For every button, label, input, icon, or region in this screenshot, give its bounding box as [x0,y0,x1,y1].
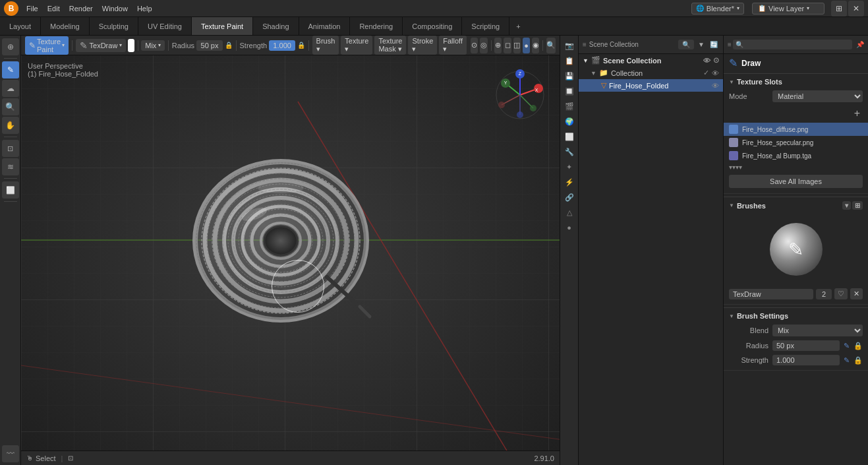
menu-file[interactable]: File [22,3,42,14]
viewport-header-snap[interactable]: ⊙ [471,38,478,53]
strength-lock-bs[interactable]: 🔒 [854,356,863,365]
props-pin-btn[interactable]: 📌 [856,41,864,48]
new-workspace-btn[interactable]: ⊞ [831,1,847,16]
tool-grab[interactable]: ✋ [2,117,19,134]
shading-wire[interactable]: ◻ [504,38,511,53]
blend-select[interactable]: Mix Add Multiply [772,325,863,336]
tex-slot-1[interactable]: Fire_Hose_specular.png [724,136,868,149]
add-texture-slot-btn[interactable]: + [852,106,863,121]
brush-fav-btn[interactable]: ♡ [834,288,848,299]
close-workspace-btn[interactable]: ✕ [848,1,864,16]
radius-value-bs[interactable]: 50 px [772,340,840,351]
brush-settings-btn[interactable]: Brush ▾ [312,36,339,55]
color-swatch[interactable] [128,39,134,52]
radius-field[interactable]: 50 px [196,40,223,51]
texture-slots-header[interactable]: ▼ Texture Slots [724,75,868,88]
icon-modifier[interactable]: 🔧 [562,144,577,159]
tab-modeling[interactable]: Modeling [41,17,90,35]
radius-edit-icon[interactable]: ✎ [844,342,850,350]
icon-view-layer[interactable]: 🔲 [562,84,577,98]
tab-layout[interactable]: Layout [0,17,41,35]
engine-selector[interactable]: 🌐 Blender* ▾ [691,3,744,15]
brushes-header[interactable]: ▼ Brushes ▾ ⊞ [724,199,868,212]
viewport-search-btn[interactable]: 🔍 [546,38,556,53]
outliner-sync-btn[interactable]: 🔄 [709,40,719,49]
tool-clone[interactable]: ⊡ [2,140,19,157]
tex-slot-0[interactable]: Fire_Hose_diffuse.png [724,123,868,136]
icon-data[interactable]: △ [562,205,577,220]
props-search[interactable]: 🔍 [733,40,852,49]
icon-particles[interactable]: ✦ [562,160,577,174]
menu-render[interactable]: Render [65,3,97,14]
strength-field[interactable]: 1.000 [269,40,295,51]
tab-compositing[interactable]: Compositing [403,17,462,35]
fire-hose-item[interactable]: ▽ Fire_Hose_Folded 👁 [579,79,723,92]
icon-physics[interactable]: ⚡ [562,175,577,189]
tool-fill[interactable]: ☁ [2,80,19,97]
tool-smear[interactable]: ≋ [2,158,19,175]
icon-world[interactable]: 🌍 [562,114,577,129]
icon-output[interactable]: 💾 [562,69,577,83]
tool-brush-draw[interactable]: ✎ [2,61,19,78]
menu-edit[interactable]: Edit [43,3,64,14]
tool-mask-fill[interactable]: ⬜ [2,181,19,199]
scene-collection-restrict[interactable]: ⊙ [713,56,719,65]
tab-rendering[interactable]: Rendering [350,17,403,35]
collection-vis[interactable]: 👁 [712,69,719,77]
brushes-grid-btn[interactable]: ⊞ [852,201,863,210]
outliner-search[interactable]: 🔍 [678,40,694,49]
scene-collection-vis[interactable]: 👁 [703,57,710,65]
viewport-overlay-btn[interactable]: ⊕ [494,38,502,53]
tab-shading[interactable]: Shading [253,17,299,35]
viewport-area[interactable]: ✎ Texture Paint ▾ ✎ TexDraw ▾ Mix ▾ Radi… [21,36,560,465]
strength-lock-btn[interactable]: 🔒 [297,38,305,53]
brush-selector[interactable]: ✎ TexDraw ▾ [76,39,127,52]
brush-close-btn[interactable]: ✕ [850,288,863,299]
tab-uv-editing[interactable]: UV Editing [138,17,192,35]
strength-edit-icon[interactable]: ✎ [844,356,850,365]
icon-render-settings[interactable]: 📋 [562,53,577,68]
menu-help[interactable]: Help [133,3,156,14]
shading-material[interactable]: ● [523,38,530,53]
strength-value-bs[interactable]: 1.000 [772,355,840,365]
tab-add-btn[interactable]: + [509,17,527,35]
icon-scene[interactable]: 🎬 [562,99,577,113]
collection-item[interactable]: ▼ 📁 Collection ✓ 👁 [579,67,723,79]
save-all-images-btn[interactable]: Save All Images [729,175,863,188]
shading-solid[interactable]: ◫ [513,38,521,53]
mode-select[interactable]: Material Single Image [772,90,863,102]
collection-checkbox[interactable]: ✓ [703,69,709,77]
tool-cursor[interactable]: ⊕ [2,38,19,55]
viewport-header-proportional[interactable]: ◎ [480,38,487,53]
menu-window[interactable]: Window [98,3,132,14]
texture-mask-btn[interactable]: Texture Mask ▾ [374,36,406,55]
icon-material[interactable]: ● [562,220,577,235]
icon-constraints[interactable]: 🔗 [562,190,577,204]
tab-scripting[interactable]: Scripting [462,17,509,35]
tool-eyedropper[interactable]: 🔍 [2,98,19,115]
brush-settings-header[interactable]: ▼ Brush Settings [724,309,868,323]
tab-animation[interactable]: Animation [299,17,351,35]
icon-object[interactable]: ⬜ [562,129,577,144]
radius-lock-bs[interactable]: 🔒 [854,342,863,350]
tex-slots-more[interactable]: ▾▾▾▾ [724,162,868,172]
stroke-btn[interactable]: Stroke ▾ [408,36,437,55]
fire-hose-vis[interactable]: 👁 [712,82,719,90]
viewport-canvas[interactable]: User Perspective (1) Fire_Hose_Folded X … [21,36,560,465]
brushes-expand-btn[interactable]: ▾ [842,201,851,210]
shading-render[interactable]: ◉ [532,38,539,53]
navigation-gizmo[interactable]: X Y Z [494,69,546,121]
tex-slot-2[interactable]: Fire_Hose_al Bump.tga [724,149,868,162]
radius-lock-btn[interactable]: 🔒 [225,38,233,53]
view-layer-selector[interactable]: 📋 View Layer ▾ [752,3,825,15]
outliner-filter-btn[interactable]: ▼ [697,40,706,49]
brush-name-field[interactable]: TexDraw [729,289,813,299]
tab-texture-paint[interactable]: Texture Paint [192,17,253,35]
tab-sculpting[interactable]: Sculpting [90,17,138,35]
scene-collection-header[interactable]: ▼ 🎬 Scene Collection 👁 ⊙ [579,54,723,67]
blend-mode-btn[interactable]: Mix ▾ [141,40,165,51]
texture-btn[interactable]: Texture ▾ [341,36,372,55]
falloff-btn[interactable]: Falloff ▾ [439,36,467,55]
brush-preview[interactable]: ✎ [770,223,823,276]
mode-button[interactable]: ✎ Texture Paint ▾ [25,36,69,55]
